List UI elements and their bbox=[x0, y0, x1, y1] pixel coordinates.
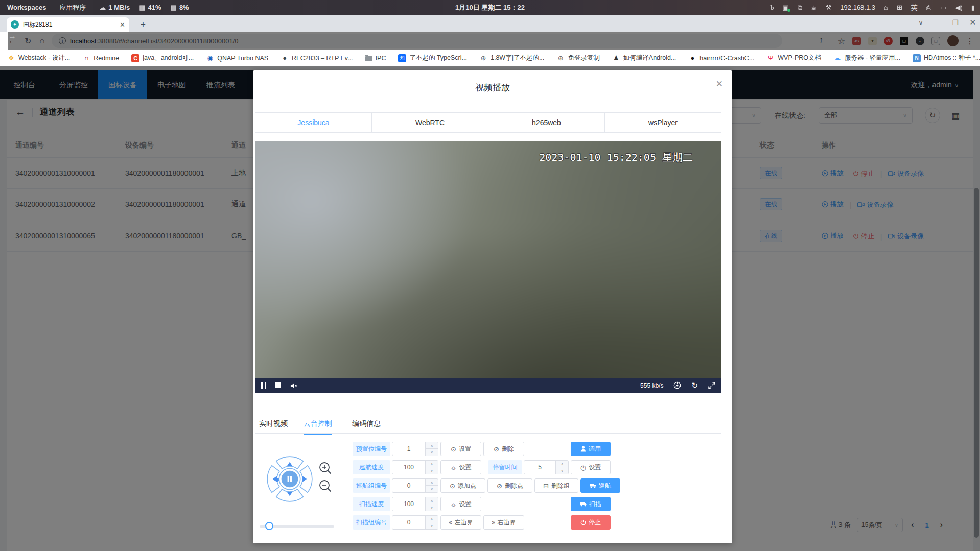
scan-group-input[interactable]: ∧∨ bbox=[392, 515, 438, 530]
applications-button[interactable]: 应用程序 bbox=[59, 3, 86, 12]
tab-search-icon[interactable]: ∨ bbox=[918, 19, 923, 27]
bookmark-ipc-folder[interactable]: IPC bbox=[365, 55, 386, 62]
bookmark-cloud-server[interactable]: ☁服务器 - 轻量应用... bbox=[833, 54, 900, 62]
cruise-speed-label: 巡航速度 bbox=[353, 460, 390, 474]
cruise-group-value[interactable] bbox=[392, 479, 425, 492]
stay-time-input[interactable]: ∧∨ bbox=[524, 460, 569, 474]
csdn-favicon: C bbox=[131, 54, 139, 62]
pause-button[interactable] bbox=[261, 382, 266, 389]
scan-speed-value[interactable] bbox=[392, 497, 425, 511]
bookmark-github-crashc[interactable]: ●hairrrrr/C-CrashC... bbox=[688, 54, 754, 62]
bookmark-java-android[interactable]: Cjava、android可... bbox=[131, 54, 194, 62]
preset-call-button[interactable]: 调用 bbox=[571, 442, 611, 456]
window-restore-button[interactable]: ❐ bbox=[952, 19, 959, 27]
phone-link-icon[interactable]: ⎙ bbox=[926, 4, 931, 12]
stepper-down-icon[interactable]: ∨ bbox=[426, 467, 438, 474]
bookmark-hdatmos[interactable]: NHDAtmos :: 种子 *... bbox=[913, 54, 980, 62]
window-close-button[interactable]: ✕ bbox=[969, 18, 976, 27]
volume-icon[interactable]: ◀) bbox=[955, 4, 963, 11]
refresh-icon[interactable]: ↻ bbox=[691, 381, 698, 390]
bookmark-redmine[interactable]: ∩Redmine bbox=[82, 54, 119, 62]
battery-icon[interactable]: ▮ bbox=[971, 4, 975, 11]
tab-h265web[interactable]: h265web bbox=[488, 113, 605, 132]
stepper-up-icon[interactable]: ∧ bbox=[426, 442, 438, 449]
snapshot-icon[interactable] bbox=[673, 381, 681, 389]
stepper-up-icon[interactable]: ∧ bbox=[426, 461, 438, 467]
cruise-delete-point-button[interactable]: ⊘删除点 bbox=[487, 478, 532, 493]
scan-start-button[interactable]: 扫描 bbox=[571, 497, 611, 511]
stop-button[interactable] bbox=[275, 382, 281, 388]
tab-ptz-control[interactable]: 云台控制 bbox=[304, 414, 332, 434]
screenshot-app-icon[interactable]: ▣ bbox=[782, 4, 788, 11]
scan-right-bound-button[interactable]: »右边界 bbox=[483, 515, 524, 530]
cruise-speed-input[interactable]: ∧∨ bbox=[392, 460, 438, 474]
home-icon[interactable]: ⌂ bbox=[884, 4, 888, 11]
bookmark-wvp-pro[interactable]: ΨWVP-PRO文档 bbox=[766, 54, 821, 62]
stepper-up-icon[interactable]: ∧ bbox=[556, 461, 568, 467]
tab-wsplayer[interactable]: wsPlayer bbox=[605, 113, 721, 132]
stepper-up-icon[interactable]: ∧ bbox=[426, 516, 438, 522]
webstack-favicon: ❖ bbox=[7, 54, 15, 62]
clock[interactable]: 1月10日 星期二 15：22 bbox=[455, 3, 525, 12]
caffeine-icon[interactable]: ☕ bbox=[811, 4, 817, 11]
mute-icon[interactable] bbox=[290, 382, 298, 389]
cruise-speed-value[interactable] bbox=[392, 461, 425, 474]
tux-favicon: ♟ bbox=[612, 54, 620, 62]
bookmark-typescript[interactable]: 知了不起的 TypeScri... bbox=[398, 54, 467, 62]
cruise-add-point-button[interactable]: ⊙添加点 bbox=[440, 478, 485, 493]
browser-toolbar: ← → ↻ ⌂ i localhost:38080/#/channelList/… bbox=[0, 32, 980, 50]
new-tab-button[interactable]: + bbox=[137, 19, 149, 31]
bookmark-rfc2833[interactable]: ●RFC2833 – RTP Ev... bbox=[281, 54, 353, 62]
fullscreen-icon[interactable] bbox=[708, 382, 715, 389]
player-control-bar: 555 kb/s ↻ bbox=[255, 378, 721, 393]
forward-button[interactable]: → bbox=[8, 32, 980, 50]
cpu-usage: 41% bbox=[148, 4, 161, 11]
tab-close-icon[interactable]: ✕ bbox=[120, 21, 125, 29]
cruise-delete-group-button[interactable]: ⊟删除组 bbox=[534, 478, 578, 493]
stepper-down-icon[interactable]: ∨ bbox=[426, 522, 438, 529]
bookmark-18w[interactable]: ⊕1.8W字|了不起的... bbox=[479, 54, 544, 62]
stepper-up-icon[interactable]: ∧ bbox=[426, 497, 438, 504]
clipboard-icon[interactable]: ⧉ bbox=[798, 4, 802, 12]
browser-tab[interactable]: ✦ 国标28181 ✕ bbox=[7, 17, 129, 32]
stay-time-set-button[interactable]: ◷设置 bbox=[571, 460, 611, 474]
input-method-indicator[interactable]: 英 bbox=[911, 3, 918, 12]
window-switcher-icon[interactable]: ⊞ bbox=[897, 4, 902, 11]
display-icon[interactable]: ▭ bbox=[940, 4, 946, 11]
preset-number-input[interactable]: ∧∨ bbox=[392, 442, 438, 456]
bookmark-free-copy[interactable]: ⊕免登录复制 bbox=[556, 54, 600, 62]
bookmark-android-compile[interactable]: ♟如何编译Android... bbox=[612, 54, 676, 62]
scan-speed-input[interactable]: ∧∨ bbox=[392, 497, 438, 511]
bookmark-webstack[interactable]: ❖Webstack - 设计... bbox=[7, 54, 70, 62]
ip-address[interactable]: 192.168.1.3 bbox=[840, 4, 875, 11]
stepper-down-icon[interactable]: ∨ bbox=[426, 486, 438, 492]
tab-jessibuca[interactable]: Jessibuca bbox=[255, 113, 372, 132]
tab-webrtc[interactable]: WebRTC bbox=[372, 113, 488, 132]
cruise-speed-set-button[interactable]: ☼设置 bbox=[440, 460, 481, 474]
stay-time-value[interactable] bbox=[524, 461, 555, 474]
tab-codec-info[interactable]: 编码信息 bbox=[352, 414, 381, 434]
scan-group-label: 扫描组编号 bbox=[353, 515, 390, 530]
scan-group-value[interactable] bbox=[392, 516, 425, 529]
stepper-down-icon[interactable]: ∨ bbox=[426, 504, 438, 511]
preset-delete-button[interactable]: ⊘删除 bbox=[483, 442, 524, 456]
ptz-stop-button[interactable]: 停止 bbox=[571, 515, 611, 530]
stepper-down-icon[interactable]: ∨ bbox=[556, 467, 568, 474]
cruise-group-input[interactable]: ∧∨ bbox=[392, 478, 438, 493]
window-minimize-button[interactable]: — bbox=[935, 19, 941, 27]
scan-speed-set-button[interactable]: ☼设置 bbox=[440, 497, 481, 511]
dialog-close-icon[interactable]: ✕ bbox=[716, 79, 723, 89]
stepper-down-icon[interactable]: ∨ bbox=[426, 449, 438, 456]
preset-number-value[interactable] bbox=[392, 442, 425, 456]
tab-live-video[interactable]: 实时视频 bbox=[259, 414, 288, 434]
bing-tray-icon[interactable]: b bbox=[770, 4, 774, 12]
video-canvas[interactable]: 2023-01-10 15:22:05 星期二 上地村实大华 555 kb/s … bbox=[255, 141, 721, 393]
workspaces-button[interactable]: Workspaces bbox=[7, 4, 46, 11]
stepper-up-icon[interactable]: ∧ bbox=[426, 479, 438, 486]
video-frame bbox=[255, 141, 721, 393]
bookmark-qnap[interactable]: ◉QNAP Turbo NAS bbox=[206, 54, 268, 62]
cruise-start-button[interactable]: 巡航 bbox=[580, 478, 620, 493]
tool-icon[interactable]: ⚒ bbox=[826, 4, 832, 11]
preset-set-button[interactable]: ⊙设置 bbox=[440, 442, 481, 456]
scan-left-bound-button[interactable]: «左边界 bbox=[440, 515, 481, 530]
